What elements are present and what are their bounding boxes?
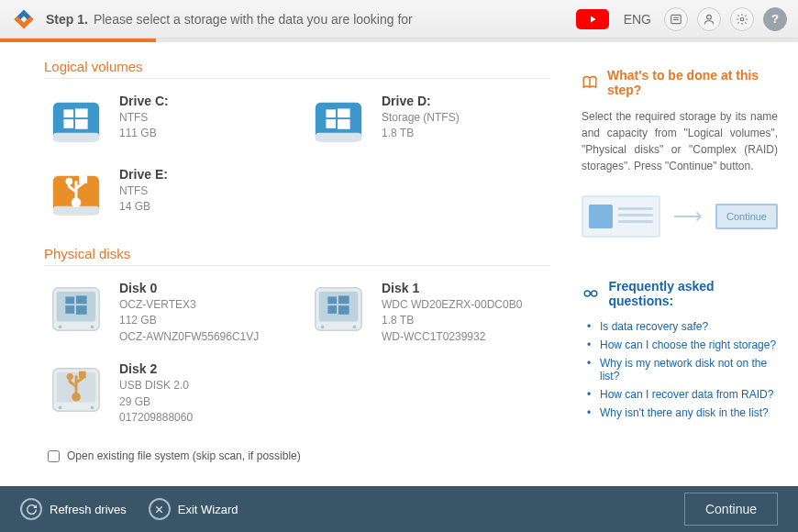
main-area: Logical volumes Drive C:NTFS111 GBDrive … (0, 42, 798, 486)
drive-icon (310, 94, 367, 150)
svg-point-37 (321, 325, 325, 328)
physical_disks-item[interactable]: Disk 2USB DISK 2.029 GB017209888060 (44, 356, 288, 431)
account-button[interactable] (697, 7, 721, 31)
drive-info: Drive C:NTFS111 GB (119, 94, 169, 150)
illustration-card (582, 195, 660, 238)
illustration-drive-icon (589, 205, 613, 228)
drive-subtext: OCZ-AWNZ0FW55696C1VJ (119, 329, 259, 345)
app-logo-icon (11, 6, 37, 32)
svg-rect-22 (81, 177, 86, 183)
faq-item[interactable]: Why is my network disk not on the list? (585, 354, 778, 385)
refresh-label: Refresh drives (50, 503, 127, 516)
drive-info: Disk 1WDC WD20EZRX-00DC0B01.8 TBWD-WCC1T… (382, 281, 522, 345)
exit-label: Exit Wizard (178, 503, 238, 516)
logical_volumes-item[interactable]: Drive D:Storage (NTFS)1.8 TB (306, 88, 550, 156)
close-icon (149, 498, 171, 520)
physical_disks-item[interactable]: Disk 0OCZ-VERTEX3112 GBOCZ-AWNZ0FW55696C… (44, 275, 288, 350)
svg-rect-33 (327, 296, 337, 304)
refresh-icon (20, 498, 42, 520)
svg-point-48 (584, 291, 590, 296)
youtube-button[interactable] (576, 9, 609, 29)
help-button[interactable]: ? (763, 7, 787, 31)
svg-rect-9 (63, 119, 73, 128)
drive-subtext: 1.8 TB (382, 126, 460, 141)
drive-subtext: WD-WCC1T0239932 (382, 329, 522, 345)
illustration-lines (618, 207, 653, 227)
continue-button[interactable]: Continue (684, 493, 778, 526)
drive-title: Disk 1 (382, 281, 522, 295)
illustration: ⟶ Continue (582, 191, 778, 242)
logical_volumes-item[interactable]: Drive C:NTFS111 GB (44, 88, 288, 156)
svg-point-21 (67, 179, 72, 183)
svg-point-3 (707, 15, 712, 19)
drive-subtext: 111 GB (119, 126, 169, 141)
physical-disks-grid: Disk 0OCZ-VERTEX3112 GBOCZ-AWNZ0FW55696C… (44, 275, 550, 431)
header-bar: Step 1. Please select a storage with the… (0, 0, 798, 39)
svg-rect-8 (75, 108, 88, 117)
whats-text: Select the required storage by its name … (582, 108, 778, 174)
drive-subtext: 14 GB (119, 199, 168, 215)
drive-icon (48, 361, 105, 418)
illustration-continue: Continue (715, 204, 778, 229)
svg-point-46 (91, 406, 94, 410)
step-instruction: Please select a storage with the data yo… (94, 12, 413, 27)
storage-list-panel: Logical volumes Drive C:NTFS111 GBDrive … (0, 42, 578, 486)
drive-info: Drive D:Storage (NTFS)1.8 TB (382, 94, 460, 150)
drive-subtext: Storage (NTFS) (382, 110, 460, 126)
svg-rect-6 (53, 133, 99, 142)
side-panel: What's to be done at this step? Select t… (578, 42, 798, 486)
svg-rect-34 (338, 295, 349, 304)
step-number: Step 1. (46, 12, 88, 27)
faq-item[interactable]: Is data recovery safe? (585, 317, 778, 336)
svg-point-30 (91, 325, 94, 328)
svg-rect-27 (65, 305, 74, 314)
physical_disks-item[interactable]: Disk 1WDC WD20EZRX-00DC0B01.8 TBWD-WCC1T… (306, 275, 550, 350)
exit-wizard-button[interactable]: Exit Wizard (149, 498, 238, 520)
drive-subtext: OCZ-VERTEX3 (119, 297, 259, 313)
faq-item[interactable]: Why isn't there any disk in the list? (585, 404, 778, 422)
whats-to-be-done-heading: What's to be done at this step? (582, 68, 778, 97)
svg-rect-12 (316, 133, 361, 142)
drive-subtext: WDC WD20EZRX-00DC0B0 (382, 297, 522, 313)
svg-point-4 (740, 17, 744, 21)
section-logical-title: Logical volumes (44, 59, 550, 79)
open-existing-checkbox[interactable] (48, 450, 60, 462)
drive-subtext: NTFS (119, 110, 169, 126)
open-existing-label: Open existing file system (skip scan, if… (67, 449, 301, 462)
drive-icon (48, 94, 105, 150)
drive-info: Disk 2USB DISK 2.029 GB017209888060 (119, 361, 193, 426)
language-selector[interactable]: ENG (624, 12, 651, 27)
svg-rect-10 (75, 119, 88, 129)
svg-rect-26 (76, 295, 87, 304)
drive-info: Drive E:NTFS14 GB (119, 167, 168, 224)
drive-subtext: 112 GB (119, 313, 259, 328)
svg-rect-28 (76, 305, 87, 315)
drive-subtext: NTFS (119, 183, 168, 199)
settings-button[interactable] (730, 7, 754, 31)
log-button[interactable] (664, 7, 688, 31)
whats-title: What's to be done at this step? (607, 68, 778, 97)
svg-point-43 (68, 375, 72, 379)
drive-icon (48, 281, 105, 338)
drive-icon (48, 167, 105, 224)
drive-title: Drive E: (119, 167, 168, 182)
step-title: Step 1. Please select a storage with the… (46, 12, 567, 27)
svg-point-49 (591, 291, 596, 296)
svg-point-29 (59, 325, 62, 328)
svg-point-45 (59, 406, 62, 410)
drive-title: Disk 2 (119, 361, 193, 376)
drive-subtext: USB DISK 2.0 (119, 378, 193, 393)
drive-title: Drive C: (119, 94, 169, 108)
drive-subtext: 017209888060 (119, 410, 193, 426)
footer-bar: Refresh drives Exit Wizard Continue (0, 486, 798, 532)
logical_volumes-item[interactable]: Drive E:NTFS14 GB (44, 161, 288, 229)
faq-list: Is data recovery safe?How can I choose t… (582, 317, 778, 422)
faq-icon (582, 284, 599, 303)
svg-point-38 (353, 325, 357, 328)
open-existing-option[interactable]: Open existing file system (skip scan, if… (48, 449, 550, 462)
faq-item[interactable]: How can I choose the right storage? (585, 336, 778, 354)
faq-item[interactable]: How can I recover data from RAID? (585, 385, 778, 404)
refresh-drives-button[interactable]: Refresh drives (20, 498, 127, 520)
drive-title: Disk 0 (119, 281, 259, 295)
faq-title: Frequently asked questions: (608, 279, 778, 308)
